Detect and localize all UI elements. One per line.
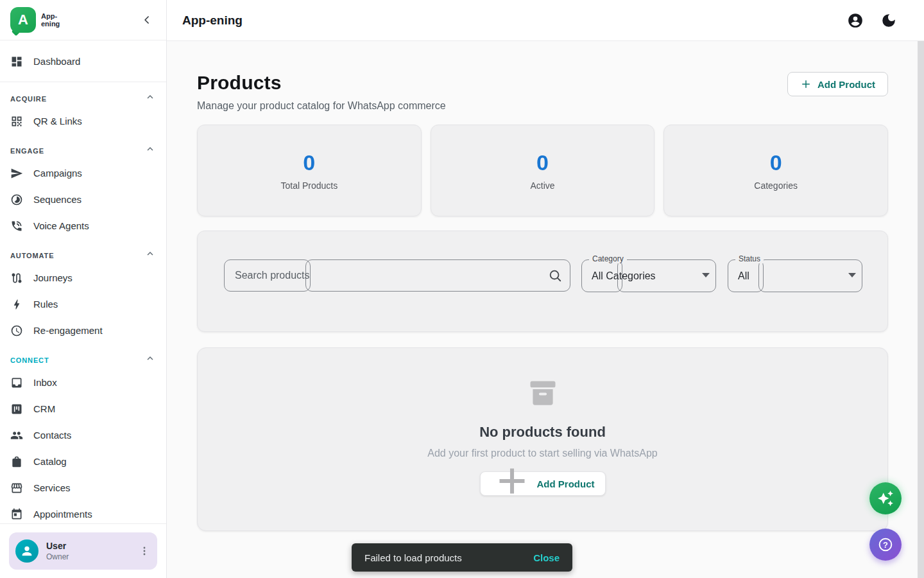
- clock-icon: [10, 324, 23, 337]
- stats-row: 0 Total Products 0 Active 0 Categories: [197, 125, 888, 216]
- category-select-value: All Categories: [592, 259, 656, 292]
- sidebar-item-campaigns[interactable]: Campaigns: [0, 160, 166, 186]
- sidebar-item-re-engagement[interactable]: Re-engagement: [0, 317, 166, 344]
- sidebar-item-label: Dashboard: [33, 56, 80, 67]
- sidebar-header: A App- ening: [0, 0, 166, 40]
- user-avatar: [15, 539, 38, 563]
- category-select-label: Category: [589, 254, 627, 263]
- sidebar-item-label: Inbox: [33, 377, 57, 388]
- kanban-icon: [10, 403, 23, 416]
- sidebar-item-contacts[interactable]: Contacts: [0, 422, 166, 448]
- stat-label: Total Products: [280, 180, 338, 191]
- timelapse-icon: [10, 193, 23, 206]
- sidebar-item-sequences[interactable]: Sequences: [0, 186, 166, 213]
- help-icon: ?: [877, 536, 894, 553]
- toast-message: Failed to load products: [364, 552, 462, 563]
- stat-value: 0: [536, 150, 549, 175]
- inbox-icon: [10, 376, 23, 389]
- stat-card-active: 0 Active: [431, 125, 655, 216]
- sidebar-item-label: Re-engagement: [33, 325, 103, 336]
- page-title: Products: [197, 72, 446, 94]
- archive-box-icon: [526, 376, 560, 410]
- section-header-automate[interactable]: AUTOMATE: [0, 239, 166, 265]
- section-label: ACQUIRE: [10, 95, 47, 103]
- sidebar-item-label: Catalog: [33, 456, 67, 467]
- phone-in-talk-icon: [10, 220, 23, 232]
- arrow-drop-down-icon: [848, 273, 856, 277]
- empty-state-card: No products found Add your first product…: [197, 347, 888, 531]
- arrow-drop-down-icon: [702, 273, 710, 277]
- page-subtitle: Manage your product catalog for WhatsApp…: [197, 100, 446, 112]
- user-name: User: [46, 541, 69, 551]
- sidebar-item-dashboard[interactable]: Dashboard: [0, 48, 166, 74]
- kebab-menu-icon[interactable]: [138, 545, 151, 557]
- chevron-up-icon: [144, 143, 156, 155]
- stat-label: Active: [530, 180, 554, 191]
- search-icon: [548, 268, 562, 283]
- sidebar-item-label: Appointments: [33, 509, 92, 520]
- section-header-engage[interactable]: ENGAGE: [0, 134, 166, 160]
- empty-state-subtitle: Add your first product to start selling …: [427, 448, 657, 459]
- main-content: Products Manage your product catalog for…: [167, 41, 924, 578]
- section-header-connect[interactable]: CONNECT: [0, 344, 166, 369]
- sidebar-item-crm[interactable]: CRM: [0, 396, 166, 422]
- filters-card: Category All Categories Status All: [197, 231, 888, 332]
- people-icon: [10, 429, 23, 442]
- chevron-left-icon: [141, 13, 153, 26]
- sidebar-item-label: CRM: [33, 403, 55, 414]
- qr-code-icon: [10, 115, 23, 128]
- stat-label: Categories: [754, 180, 798, 191]
- sidebar-item-inbox[interactable]: Inbox: [0, 369, 166, 396]
- help-fab[interactable]: ?: [869, 529, 902, 561]
- category-select[interactable]: Category All Categories: [581, 259, 716, 292]
- sidebar-item-label: Rules: [33, 299, 58, 310]
- sidebar-item-label: QR & Links: [33, 116, 82, 127]
- status-select-value: All: [738, 259, 749, 292]
- user-card[interactable]: User Owner: [9, 532, 157, 570]
- shopping-bag-icon: [10, 455, 23, 468]
- sidebar-item-label: Journeys: [33, 272, 73, 283]
- page-scrollbar[interactable]: [918, 41, 924, 578]
- section-header-acquire[interactable]: ACQUIRE: [0, 82, 166, 108]
- add-product-button[interactable]: Add Product: [787, 72, 888, 96]
- logo-letter: A: [18, 12, 28, 28]
- sidebar-item-rules[interactable]: Rules: [0, 291, 166, 317]
- sidebar-item-journeys[interactable]: Journeys: [0, 265, 166, 291]
- sidebar-item-voice-agents[interactable]: Voice Agents: [0, 213, 166, 239]
- sidebar-item-label: Contacts: [33, 430, 71, 441]
- dark-mode-icon[interactable]: [880, 12, 897, 29]
- stat-value: 0: [770, 150, 782, 175]
- section-label: AUTOMATE: [10, 252, 54, 259]
- app-logo: A: [10, 7, 36, 33]
- send-icon: [10, 167, 23, 180]
- dashboard-icon: [10, 55, 23, 68]
- ai-assistant-fab[interactable]: [869, 482, 902, 514]
- section-label: ENGAGE: [10, 147, 44, 155]
- sidebar-item-qr-links[interactable]: QR & Links: [0, 108, 166, 134]
- toast-close-button[interactable]: Close: [533, 552, 560, 563]
- status-select[interactable]: Status All: [728, 259, 862, 292]
- search-input[interactable]: [224, 259, 570, 292]
- status-select-label: Status: [735, 254, 764, 263]
- topbar: App-ening: [167, 0, 924, 41]
- toast-snackbar: Failed to load products Close: [352, 543, 572, 572]
- sidebar-footer: User Owner: [0, 523, 166, 578]
- stat-card-total-products: 0 Total Products: [197, 125, 422, 216]
- brand-name: App- ening: [41, 12, 60, 28]
- plus-icon: [800, 78, 812, 90]
- search-products-field[interactable]: [224, 259, 570, 292]
- sidebar-collapse-button[interactable]: [138, 11, 156, 29]
- sidebar-item-catalog[interactable]: Catalog: [0, 448, 166, 475]
- route-icon: [10, 272, 23, 285]
- empty-state-title: No products found: [479, 424, 606, 441]
- user-role: Owner: [46, 552, 69, 561]
- topbar-title: App-ening: [182, 13, 243, 28]
- sidebar-item-services[interactable]: Services: [0, 475, 166, 501]
- stat-value: 0: [303, 150, 315, 175]
- account-circle-icon[interactable]: [847, 12, 864, 29]
- plus-icon: [495, 464, 529, 498]
- sidebar-item-appointments[interactable]: Appointments: [0, 501, 166, 523]
- sidebar-item-label: Campaigns: [33, 168, 82, 179]
- empty-add-product-button[interactable]: Add Product: [480, 471, 606, 496]
- sidebar: A App- ening Dashboard ACQUIRE QR & Link…: [0, 0, 167, 578]
